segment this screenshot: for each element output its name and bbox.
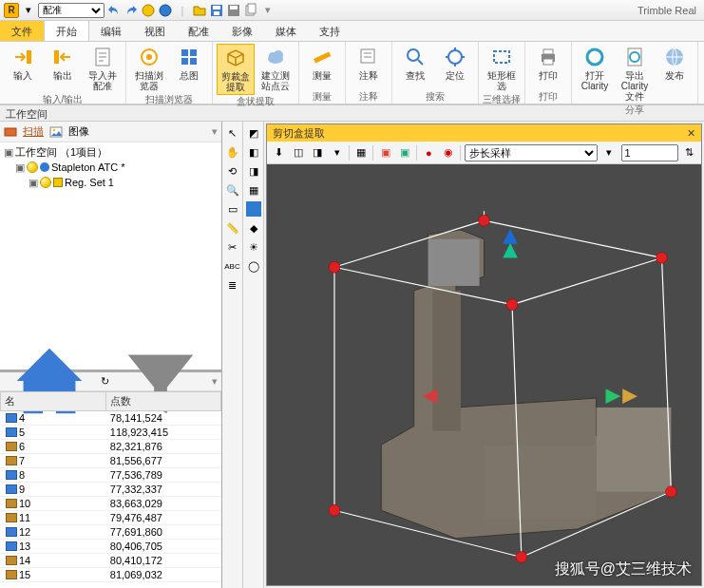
export-button[interactable]: 输出 — [44, 44, 82, 83]
save-icon[interactable] — [209, 3, 224, 18]
table-row[interactable]: 877,536,789 — [0, 468, 221, 483]
qat-mode-select[interactable]: 配准 — [38, 3, 105, 18]
table-row[interactable]: 781,556,677 — [0, 454, 221, 468]
vt-record-icon[interactable]: ● — [421, 144, 436, 161]
close-icon[interactable]: ✕ — [687, 127, 695, 140]
measure-button[interactable]: 测量 — [303, 44, 341, 83]
vt-front-icon[interactable]: ◫ — [290, 144, 305, 161]
vtool2-c-icon[interactable]: ◨ — [246, 163, 261, 179]
tab-view[interactable]: 视图 — [133, 21, 177, 41]
table-row[interactable]: 1083,663,029 — [0, 497, 221, 511]
col-name-header[interactable]: 名 — [1, 392, 106, 411]
vt-box2-icon[interactable]: ▣ — [397, 144, 412, 161]
exportclarity-button[interactable]: 导出Clarity文件 — [616, 44, 654, 104]
expander-icon[interactable]: ▣ — [4, 146, 13, 159]
data-panel-menu-icon[interactable]: ▾ — [212, 375, 218, 388]
vt-side-icon[interactable]: ◨ — [310, 144, 325, 161]
open-icon[interactable] — [192, 3, 207, 18]
expander-icon[interactable]: ▣ — [29, 177, 38, 189]
vtool-measure-icon[interactable]: 📏 — [225, 220, 240, 236]
vtool2-color-icon[interactable] — [246, 201, 261, 217]
table-row[interactable]: 1480,410,172 — [0, 554, 221, 568]
refresh-icon[interactable]: ↻ — [101, 375, 109, 388]
image-tab-label[interactable]: 图像 — [68, 124, 89, 139]
print-button[interactable]: 打印 — [529, 44, 567, 83]
tab-support[interactable]: 支持 — [308, 21, 352, 41]
sphere-yellow-icon[interactable] — [141, 3, 156, 18]
qat-dropdown-icon[interactable]: ▾ — [21, 3, 36, 18]
tree-root[interactable]: ▣ 工作空间 （1项目） — [2, 144, 219, 160]
vtool2-b-icon[interactable]: ◧ — [246, 144, 261, 160]
vtool-clip-icon[interactable]: ✂ — [225, 239, 240, 255]
table-row[interactable]: 977,332,337 — [0, 483, 221, 497]
col-points-header[interactable]: 点数 — [106, 392, 221, 411]
vt-grid-icon[interactable]: ▦ — [353, 144, 369, 161]
vtool2-g-icon[interactable]: ◯ — [246, 258, 261, 274]
tab-start[interactable]: 开始 — [44, 21, 89, 41]
vt-box1-icon[interactable]: ▣ — [377, 144, 392, 161]
vtool-cursor-icon[interactable]: ↖ — [225, 125, 240, 141]
vt-step-down-icon[interactable]: ▾ — [601, 144, 617, 161]
sphere-blue-icon[interactable] — [158, 3, 173, 18]
vt-step-ctrl-icon[interactable]: ⇅ — [682, 144, 697, 161]
vt-rec2-icon[interactable]: ◉ — [441, 144, 456, 161]
scan-tab-icon[interactable] — [4, 125, 17, 139]
tab-image[interactable]: 影像 — [220, 21, 264, 41]
table-row[interactable]: 1380,406,705 — [0, 540, 221, 554]
tab-file[interactable]: 文件 — [0, 21, 44, 41]
svg-point-23 — [408, 49, 419, 61]
vtool-plane-icon[interactable]: ▭ — [225, 201, 240, 217]
viewport[interactable]: 剪切盒提取 ✕ ⬇ ◫ ◨ ▾ ▦ ▣ ▣ ● ◉ 步长采样 ▾ ⇅ — [266, 123, 702, 586]
vtool-abc-icon[interactable]: ABC — [225, 258, 240, 274]
bulb-icon[interactable] — [27, 161, 38, 173]
step-input[interactable] — [621, 144, 678, 161]
table-row[interactable]: 1179,476,487 — [0, 511, 221, 525]
openclarity-button[interactable]: 打开Clarity — [576, 44, 614, 93]
overview-button[interactable]: 总图 — [170, 44, 208, 83]
import-button[interactable]: 输入 — [4, 44, 42, 83]
tree-project[interactable]: ▣ Stapleton ATC * — [2, 160, 219, 175]
print-icon — [537, 46, 560, 68]
scanbrowser-button[interactable]: 扫描浏览器 — [130, 44, 168, 93]
locate-button[interactable]: 定位 — [436, 44, 474, 83]
tree-set[interactable]: ▣ Reg. Set 1 — [2, 175, 219, 190]
vtool-rotate-icon[interactable]: ⟲ — [225, 163, 240, 179]
rectselect-button[interactable]: 矩形框选 — [483, 44, 521, 93]
sampling-select[interactable]: 步长采样 — [465, 144, 598, 161]
vtool-zoom-icon[interactable]: 🔍 — [225, 182, 240, 198]
scan-tab-label[interactable]: 扫描 — [23, 124, 44, 139]
find-button[interactable]: 查找 — [396, 44, 434, 83]
save2-icon[interactable] — [226, 3, 241, 18]
left-panel-menu-icon[interactable]: ▾ — [212, 125, 218, 138]
vt-down-icon[interactable]: ▾ — [329, 144, 344, 161]
vtool2-e-icon[interactable]: ◆ — [246, 220, 261, 236]
vtool2-a-icon[interactable]: ◩ — [246, 125, 261, 141]
vtool2-d-icon[interactable]: ▦ — [246, 182, 261, 198]
table-row[interactable]: 682,321,876 — [0, 440, 221, 454]
vtool-layers-icon[interactable]: ≣ — [225, 277, 240, 293]
copy-icon[interactable] — [243, 3, 258, 18]
table-row[interactable]: 1581,069,032 — [0, 568, 221, 582]
canvas-3d[interactable]: 搜狐号@艾三维技术 — [267, 164, 701, 585]
undo-icon[interactable] — [106, 3, 122, 18]
vtool2-f-icon[interactable]: ☀ — [246, 239, 261, 255]
vt-export-icon[interactable]: ⬇ — [271, 144, 286, 161]
vtool-hand-icon[interactable]: ✋ — [225, 144, 240, 160]
table-row[interactable]: 1277,691,860 — [0, 525, 221, 540]
tab-register[interactable]: 配准 — [177, 21, 220, 41]
bulb-icon[interactable] — [40, 177, 51, 188]
annotation-button[interactable]: 注释 — [350, 44, 388, 83]
table-row[interactable]: 5118,923,415 — [0, 426, 221, 440]
publish-button[interactable]: 发布 — [656, 44, 694, 83]
qat-more-icon[interactable]: ▾ — [260, 3, 276, 18]
table-row[interactable]: 478,141,524 — [0, 411, 221, 426]
image-tab-icon[interactable] — [49, 125, 63, 139]
stationcloud-button[interactable]: 建立测站点云 — [257, 44, 295, 93]
scan-table[interactable]: 名 点数 478,141,5245118,923,415682,321,8767… — [0, 391, 221, 582]
redo-icon[interactable] — [124, 3, 139, 18]
importmatch-button[interactable]: 导入并配准 — [84, 44, 122, 93]
clipbox-button[interactable]: 剪裁盒提取 — [217, 44, 255, 95]
tab-edit[interactable]: 编辑 — [89, 21, 133, 41]
tab-media[interactable]: 媒体 — [264, 21, 308, 41]
expander-icon[interactable]: ▣ — [15, 161, 25, 174]
